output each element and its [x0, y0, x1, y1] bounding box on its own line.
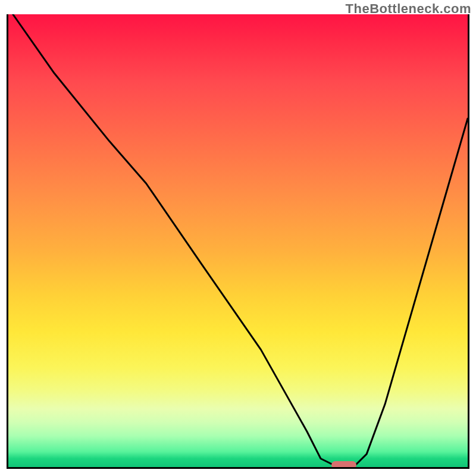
x-axis: [7, 467, 469, 469]
y-axis-right: [468, 14, 469, 468]
bottleneck-curve: [0, 0, 476, 476]
chart-container: TheBottleneck.com: [0, 0, 476, 476]
watermark-text: TheBottleneck.com: [346, 1, 471, 17]
y-axis: [7, 14, 8, 468]
